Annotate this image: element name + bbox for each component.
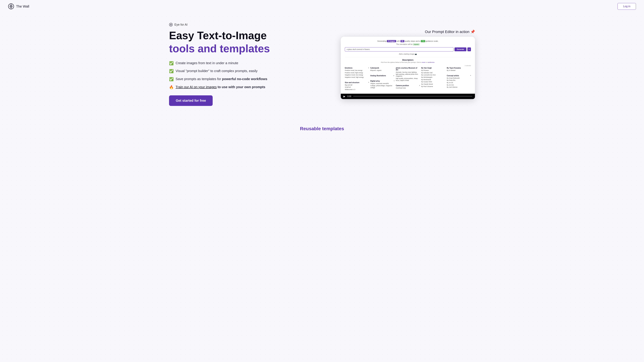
artist-klimt: By Gustav Klimt <box>421 81 446 83</box>
camera-header: Camera position ▾ <box>396 84 420 87</box>
artist-monet: By Claude Monet <box>421 83 446 85</box>
with-text: with <box>397 40 400 42</box>
svg-point-2 <box>10 6 12 7</box>
check-icon-3: ✅ <box>169 77 174 82</box>
pin-emoji: 📌 <box>470 30 475 34</box>
feature-item-3: ✅ Save prompts as templates for powerful… <box>169 77 270 82</box>
steps-badge: 55 <box>400 40 404 42</box>
cta-button[interactable]: Get started for free <box>169 95 213 106</box>
fire-icon: 🔥 <box>169 85 174 90</box>
camera-item-1: Overhead view <box>396 87 420 89</box>
eyebrow-text: Eye for AI <box>174 23 188 26</box>
navbar: The Wall Log in <box>0 0 644 13</box>
desc-col-photo: photo courtesy Museum of Art dramatic, l… <box>396 67 420 91</box>
hero-right: Our Prompt Editor in action 📌 Generating… <box>341 30 475 99</box>
editor-preview: Generating 4 images with 55 quality step… <box>341 37 475 94</box>
generating-text: Generating <box>377 40 387 42</box>
size-item-1: Big and tall <box>345 84 369 86</box>
feature-item-1: ✅ Create images from text in under a min… <box>169 61 270 66</box>
prompt-row: Generate ▾ <box>345 47 471 51</box>
concept-header: Concept artists ▾ <box>447 75 471 77</box>
desc-col-artists: By Van Gogh By Picasso By Salvador Dali … <box>421 67 446 91</box>
login-button[interactable]: Log in <box>618 3 636 10</box>
emotion-item-4: Negative mood, high energy <box>345 76 369 78</box>
desc-col-concept: By Yayoi Kusama By Ai Weiwei Concept art… <box>447 67 471 91</box>
time-display: 0:00 <box>347 95 351 97</box>
concept-rutkowski: By Greg Rutkowski <box>447 77 471 79</box>
generate-arrow-button[interactable]: ▾ <box>468 47 471 51</box>
digital-item-2: Collage, photocollage, magazine collage <box>370 85 394 89</box>
reusable-templates-label: Reusable templates <box>8 126 636 131</box>
descriptors-title: Descriptors <box>345 59 471 61</box>
generate-button[interactable]: Generate <box>454 47 466 51</box>
digital-header: Digital artsy ▾ <box>370 80 394 82</box>
emotions-chevron: ▾ <box>368 67 369 69</box>
descriptors-grid: Emotions ▾ Positive mood, low energy Pos… <box>345 67 471 91</box>
emotion-item-1: Positive mood, low energy <box>345 69 369 71</box>
play-button[interactable]: ▶ <box>344 95 345 98</box>
size-item-2: Small art <box>345 86 369 88</box>
photo-header: photo courtesy Museum of Art <box>396 67 420 71</box>
cyberpunk-header: Cyberpunk <box>370 67 394 69</box>
artist-weiwei: By Ai Weiwei <box>447 69 471 71</box>
artist-davinci: By Leonardo da Vinci <box>421 74 446 76</box>
hero-section: Eye for AI Easy Text-to-Image tools and … <box>161 13 483 119</box>
square-badge: square <box>413 43 420 45</box>
concept-fengzhu: By Feng Zhu <box>447 79 471 81</box>
feature-text-1: Create images from text in under a minut… <box>176 61 238 65</box>
hero-headline-line1: Easy Text-to-Image <box>169 30 270 41</box>
train-ai-link[interactable]: Train our AI on your images <box>176 85 217 89</box>
logo-icon <box>8 3 14 9</box>
descriptors-section: Descriptors Pick from the options below … <box>345 57 471 91</box>
prompt-input[interactable] <box>345 47 454 51</box>
bottom-section: Reusable templates <box>0 119 644 141</box>
photo-item-2: high quality, photorealistic, sharp focu… <box>396 78 420 81</box>
analog-header: Analog illustrations ▲ <box>370 75 394 77</box>
guidance-text: guidance scale. <box>426 40 438 42</box>
randomize-link[interactable]: randomize <box>428 61 434 63</box>
concept-joel: By Joel Otienne <box>447 86 471 88</box>
artist-rembrandt: By Rembrandt <box>421 79 446 81</box>
images-badge: 4 images <box>387 40 396 42</box>
cyberpunk-item-1: Biopunk, organic <box>370 69 394 71</box>
hero-left: Eye for AI Easy Text-to-Image tools and … <box>169 23 270 106</box>
check-icon-2: ✅ <box>169 69 174 74</box>
feature-text-4: Train our AI on your images to use with … <box>176 85 265 89</box>
video-bottom-bar: ▶ 0:00 <box>341 94 475 99</box>
feature-item-4: 🔥 Train our AI on your images to use wit… <box>169 85 270 90</box>
hero-headline-line2: tools and templates <box>169 43 270 54</box>
descriptors-subtitle: Pick from the options below to fine tune… <box>345 61 471 63</box>
vangogh-header: By Van Gogh <box>421 67 446 69</box>
check-icon-1: ✅ <box>169 61 174 66</box>
prompt-input-wrap <box>345 47 454 51</box>
artist-michelangelo: By Michelangelo <box>421 76 446 78</box>
artist-dali: By Salvador Dali <box>421 72 446 74</box>
quality-text: quality steps and a <box>405 40 421 42</box>
concept-jinkim: By Jin Kim <box>447 84 471 86</box>
prompt-editor-label-text: Our Prompt Editor in action <box>425 30 470 34</box>
guidance-badge: 7.5 <box>421 40 425 42</box>
desc-col-emotions: Emotions ▾ Positive mood, low energy Pos… <box>345 67 369 91</box>
feature-list: ✅ Create images from text in under a min… <box>169 61 270 90</box>
prompt-editor-label: Our Prompt Editor in action 📌 <box>341 30 475 34</box>
progress-bar[interactable] <box>353 96 472 96</box>
eyebrow-icon <box>169 23 173 26</box>
feature-text-3: Save prompts as templates for powerful n… <box>176 77 267 81</box>
size-item-3: Widescreen x 3 <box>345 89 369 91</box>
concept-jilin: By Ji-Lee <box>447 82 471 84</box>
selected-badge: 0 selected <box>345 65 471 66</box>
digital-item-1: Alegria, corporate memphis <box>370 83 394 85</box>
eyebrow: Eye for AI <box>169 23 270 26</box>
video-container: Generating 4 images with 55 quality step… <box>341 37 475 99</box>
emotion-item-3: Negative mood, low energy <box>345 74 369 76</box>
brand-name: The Wall <box>16 4 29 8</box>
svg-point-7 <box>170 24 171 25</box>
emotions-header: Emotions ▾ <box>345 67 369 69</box>
size-header: Size and structure ▾ <box>345 81 369 84</box>
desc-col-style: Cyberpunk Biopunk, organic Analog illust… <box>370 67 394 91</box>
feature-item-2: ✅ Visual "prompt builder" to craft compl… <box>169 68 270 74</box>
editor-top-bar: Generating 4 images with 55 quality step… <box>345 40 471 42</box>
feature-text-2: Visual "prompt builder" to craft complex… <box>176 68 258 73</box>
emotion-item-2: Positive mood, high energy <box>345 72 369 74</box>
reset-link[interactable]: reset <box>422 61 425 63</box>
